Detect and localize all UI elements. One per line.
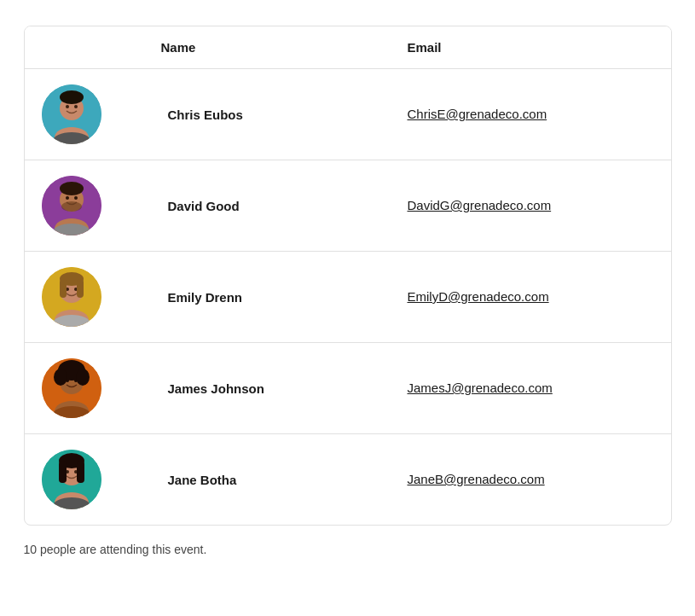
avatar-cell: [42, 267, 161, 327]
svg-point-11: [66, 196, 69, 200]
email-cell: EmilyD@grenadeco.com: [408, 289, 654, 305]
person-name: James Johnson: [161, 381, 408, 396]
person-name: Emily Drenn: [161, 290, 408, 305]
email-link[interactable]: EmilyD@grenadeco.com: [408, 289, 549, 304]
table-row: David Good DavidG@grenadeco.com: [25, 160, 671, 252]
table-row: James Johnson JamesJ@grenadeco.com: [25, 343, 671, 434]
table-header: Name Email: [25, 26, 671, 69]
attendees-table: Name Email: [24, 26, 672, 526]
email-cell: ChrisE@grenadeco.com: [408, 107, 654, 122]
table-row: Emily Drenn EmilyD@grenadeco.com: [25, 252, 671, 343]
email-link[interactable]: JaneB@grenadeco.com: [408, 472, 545, 486]
name-column-header: Name: [161, 40, 408, 55]
avatar: [42, 84, 101, 144]
avatar: [42, 358, 101, 418]
svg-point-32: [76, 369, 90, 386]
avatar-cell: [42, 450, 161, 509]
email-column-header: Email: [408, 40, 654, 55]
svg-point-13: [61, 201, 82, 212]
email-cell: JamesJ@grenadeco.com: [408, 381, 654, 396]
avatar-column-header: [42, 40, 161, 55]
svg-point-12: [74, 196, 78, 200]
svg-point-4: [66, 105, 69, 108]
email-link[interactable]: JamesJ@grenadeco.com: [408, 381, 553, 395]
person-name: Chris Eubos: [161, 108, 408, 122]
svg-point-14: [60, 182, 84, 195]
table-row: Jane Botha JaneB@grenadeco.com: [25, 434, 671, 525]
svg-point-6: [60, 90, 84, 104]
svg-rect-41: [77, 461, 84, 483]
email-cell: DavidG@grenadeco.com: [408, 198, 654, 213]
email-link[interactable]: DavidG@grenadeco.com: [408, 198, 552, 212]
table-row: Chris Eubos ChrisE@grenadeco.com: [25, 69, 671, 160]
avatar-cell: [42, 84, 161, 144]
person-name: Jane Botha: [161, 473, 408, 487]
avatar: [42, 450, 101, 509]
avatar-cell: [42, 358, 161, 418]
avatar: [42, 267, 101, 327]
attendee-count-footer: 10 people are attending this event.: [24, 543, 672, 556]
avatar-cell: [42, 176, 161, 235]
footer-text: 10 people are attending this event.: [24, 543, 207, 556]
svg-point-5: [74, 105, 78, 108]
person-name: David Good: [161, 199, 408, 213]
svg-rect-22: [60, 279, 67, 298]
email-cell: JaneB@grenadeco.com: [408, 472, 654, 487]
svg-rect-40: [59, 461, 67, 483]
svg-point-31: [54, 369, 67, 386]
avatar: [42, 176, 101, 235]
email-link[interactable]: ChrisE@grenadeco.com: [408, 107, 547, 121]
svg-rect-23: [77, 279, 84, 298]
